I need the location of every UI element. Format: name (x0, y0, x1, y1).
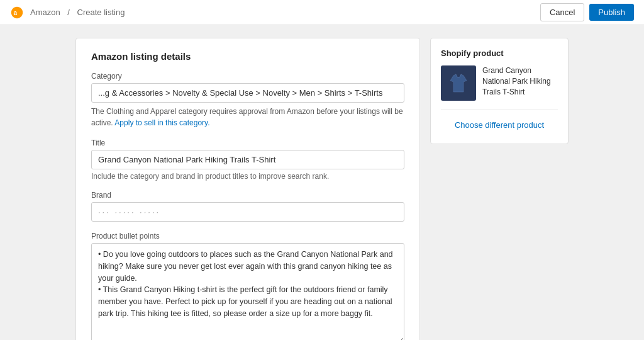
breadcrumb: Amazon / Create listing (28, 8, 127, 17)
publish-button[interactable]: Publish (589, 4, 634, 21)
category-value: ...g & Accessories > Novelty & Special U… (91, 83, 404, 103)
product-thumbnail (441, 65, 476, 101)
category-apply-link[interactable]: Apply to sell in this category. (114, 118, 209, 127)
product-name: Grand Canyon National Park Hiking Trails… (482, 65, 558, 97)
brand-input[interactable] (91, 202, 404, 222)
product-panel: Shopify product Grand Canyon National Pa… (430, 38, 569, 144)
product-panel-title: Shopify product (441, 48, 558, 58)
title-label: Title (91, 139, 404, 147)
listing-panel-title: Amazon listing details (91, 51, 404, 62)
main-content: Amazon listing details Category ...g & A… (0, 25, 644, 340)
category-group: Category ...g & Accessories > Novelty & … (91, 72, 404, 128)
bullet-points-label: Product bullet points (91, 232, 404, 241)
brand-group: Brand (91, 191, 404, 222)
category-label: Category (91, 72, 404, 81)
title-group: Title Include the category and brand in … (91, 139, 404, 181)
header-actions: Cancel Publish (540, 3, 634, 21)
breadcrumb-amazon: Amazon (30, 8, 60, 17)
header: a Amazon / Create listing Cancel Publish (0, 0, 644, 25)
bullet-points-textarea[interactable]: • Do you love going outdoors to places s… (91, 243, 404, 340)
breadcrumb-separator: / (67, 8, 70, 17)
product-info: Grand Canyon National Park Hiking Trails… (441, 65, 558, 101)
title-input[interactable] (91, 150, 404, 169)
svg-text:a: a (14, 9, 18, 16)
brand-label: Brand (91, 191, 404, 200)
amazon-logo: a (10, 6, 24, 20)
panel-divider (441, 110, 558, 110)
shirt-icon (445, 69, 472, 97)
header-left: a Amazon / Create listing (10, 6, 127, 20)
bullet-points-group: Product bullet points • Do you love goin… (91, 232, 404, 340)
title-hint: Include the category and brand in produc… (91, 172, 404, 181)
choose-product-button[interactable]: Choose different product (441, 116, 558, 133)
listing-panel: Amazon listing details Category ...g & A… (75, 38, 420, 340)
cancel-button[interactable]: Cancel (540, 3, 584, 21)
breadcrumb-page: Create listing (77, 8, 125, 17)
category-note: The Clothing and Apparel category requir… (91, 106, 404, 128)
